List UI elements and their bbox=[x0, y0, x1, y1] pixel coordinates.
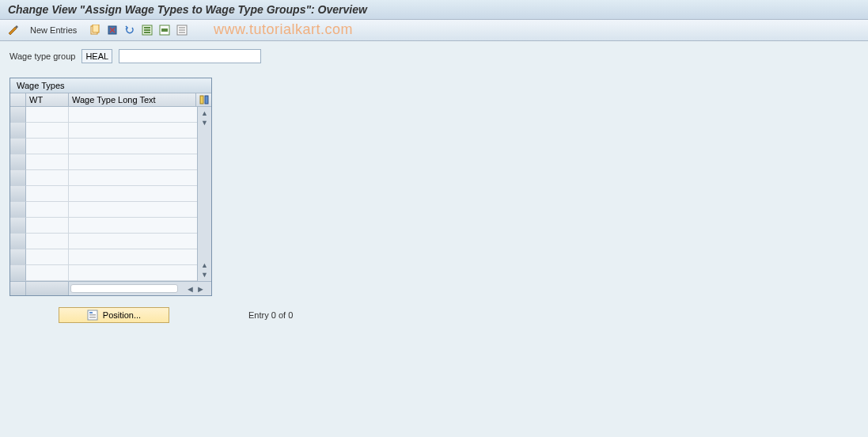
scroll-down-bottom-icon[interactable]: ▼ bbox=[200, 270, 210, 279]
svg-rect-11 bbox=[179, 29, 185, 31]
row-selector[interactable] bbox=[10, 234, 26, 249]
wt-cell[interactable] bbox=[26, 234, 69, 249]
long-text-cell[interactable] bbox=[69, 249, 197, 265]
wt-cell[interactable] bbox=[26, 123, 69, 139]
table-header: WT Wage Type Long Text bbox=[10, 93, 211, 107]
toolbar: New Entries www.tutorialkart.com bbox=[0, 20, 868, 41]
svg-rect-18 bbox=[89, 317, 96, 318]
long-text-cell[interactable] bbox=[69, 218, 197, 234]
scroll-right-icon[interactable]: ► bbox=[196, 284, 205, 294]
row-selector[interactable] bbox=[10, 249, 26, 265]
row-selector[interactable] bbox=[10, 265, 26, 281]
scroll-left-icon[interactable]: ◄ bbox=[186, 284, 195, 294]
row-selector[interactable] bbox=[10, 202, 26, 218]
table-row[interactable] bbox=[10, 265, 197, 281]
wt-cell[interactable] bbox=[26, 265, 69, 281]
select-column-header[interactable] bbox=[10, 93, 26, 106]
wage-types-table: Wage Types WT Wage Type Long Text ▲ ▼ ▲ … bbox=[9, 78, 212, 296]
position-icon bbox=[87, 310, 98, 321]
svg-rect-10 bbox=[179, 27, 185, 28]
table-row[interactable] bbox=[10, 186, 197, 202]
long-text-cell[interactable] bbox=[69, 170, 197, 186]
copy-icon[interactable] bbox=[88, 23, 102, 37]
svg-rect-4 bbox=[144, 27, 150, 28]
table-row[interactable] bbox=[10, 202, 197, 218]
new-entries-button[interactable]: New Entries bbox=[25, 24, 81, 36]
wage-type-group-label: Wage type group bbox=[9, 51, 75, 61]
delete-icon[interactable] bbox=[105, 23, 119, 37]
table-body: ▲ ▼ ▲ ▼ bbox=[10, 107, 211, 281]
row-selector[interactable] bbox=[10, 170, 26, 186]
footer: Position... Entry 0 of 0 bbox=[59, 307, 868, 323]
select-all-icon[interactable] bbox=[140, 23, 154, 37]
scroll-up-icon[interactable]: ▲ bbox=[200, 108, 210, 118]
undo-icon[interactable] bbox=[123, 23, 137, 37]
svg-rect-13 bbox=[200, 96, 203, 104]
row-selector[interactable] bbox=[10, 154, 26, 170]
wage-type-group-code: HEAL bbox=[81, 49, 112, 63]
table-row[interactable] bbox=[10, 249, 197, 265]
svg-rect-1 bbox=[93, 25, 99, 32]
svg-rect-16 bbox=[89, 312, 93, 314]
wt-cell[interactable] bbox=[26, 249, 69, 265]
row-selector[interactable] bbox=[10, 186, 26, 202]
table-title: Wage Types bbox=[10, 78, 211, 93]
rows-container bbox=[10, 107, 197, 281]
filter-row: Wage type group HEAL bbox=[0, 41, 868, 71]
hscroll-track[interactable] bbox=[70, 284, 178, 293]
svg-rect-14 bbox=[205, 96, 208, 104]
table-row[interactable] bbox=[10, 154, 197, 170]
row-selector[interactable] bbox=[10, 139, 26, 154]
page-title: Change View "Assign Wage Types to Wage T… bbox=[8, 3, 367, 16]
select-block-icon[interactable] bbox=[157, 23, 172, 37]
vertical-scrollbar[interactable]: ▲ ▼ ▲ ▼ bbox=[197, 107, 211, 281]
long-text-cell[interactable] bbox=[69, 234, 197, 249]
wt-cell[interactable] bbox=[26, 186, 69, 202]
scroll-down-icon[interactable]: ▼ bbox=[200, 118, 210, 127]
position-button[interactable]: Position... bbox=[59, 307, 169, 323]
position-label: Position... bbox=[103, 310, 141, 320]
scroll-up-bottom-icon[interactable]: ▲ bbox=[200, 260, 210, 270]
row-selector[interactable] bbox=[10, 107, 26, 123]
wt-column-header[interactable]: WT bbox=[26, 93, 69, 106]
hscroll-corner bbox=[10, 282, 26, 295]
long-text-cell[interactable] bbox=[69, 265, 197, 281]
long-text-cell[interactable] bbox=[69, 186, 197, 202]
wt-cell[interactable] bbox=[26, 107, 69, 123]
row-selector[interactable] bbox=[10, 218, 26, 234]
deselect-all-icon[interactable] bbox=[175, 23, 189, 37]
wt-cell[interactable] bbox=[26, 202, 69, 218]
wt-cell[interactable] bbox=[26, 154, 69, 170]
long-text-cell[interactable] bbox=[69, 107, 197, 123]
table-row[interactable] bbox=[10, 139, 197, 154]
table-row[interactable] bbox=[10, 107, 197, 123]
long-text-cell[interactable] bbox=[69, 139, 197, 154]
svg-rect-17 bbox=[89, 314, 96, 316]
table-row[interactable] bbox=[10, 234, 197, 249]
svg-rect-12 bbox=[179, 32, 185, 33]
horizontal-scrollbar[interactable]: ◄ ► bbox=[10, 281, 211, 295]
table-row[interactable] bbox=[10, 218, 197, 234]
svg-rect-5 bbox=[144, 29, 150, 31]
table-config-icon[interactable] bbox=[195, 93, 211, 106]
watermark-text: www.tutorialkart.com bbox=[214, 21, 353, 38]
title-bar: Change View "Assign Wage Types to Wage T… bbox=[0, 0, 868, 20]
long-text-cell[interactable] bbox=[69, 202, 197, 218]
svg-rect-6 bbox=[144, 32, 150, 33]
wt-cell[interactable] bbox=[26, 218, 69, 234]
wage-type-group-description[interactable] bbox=[119, 49, 261, 63]
table-row[interactable] bbox=[10, 170, 197, 186]
row-selector[interactable] bbox=[10, 123, 26, 139]
svg-rect-8 bbox=[161, 28, 168, 32]
entry-status: Entry 0 of 0 bbox=[248, 310, 293, 320]
long-text-column-header[interactable]: Wage Type Long Text bbox=[69, 93, 195, 106]
wt-cell[interactable] bbox=[26, 170, 69, 186]
table-row[interactable] bbox=[10, 123, 197, 139]
toggle-change-icon[interactable] bbox=[6, 23, 21, 37]
long-text-cell[interactable] bbox=[69, 154, 197, 170]
wt-cell[interactable] bbox=[26, 139, 69, 154]
long-text-cell[interactable] bbox=[69, 123, 197, 139]
